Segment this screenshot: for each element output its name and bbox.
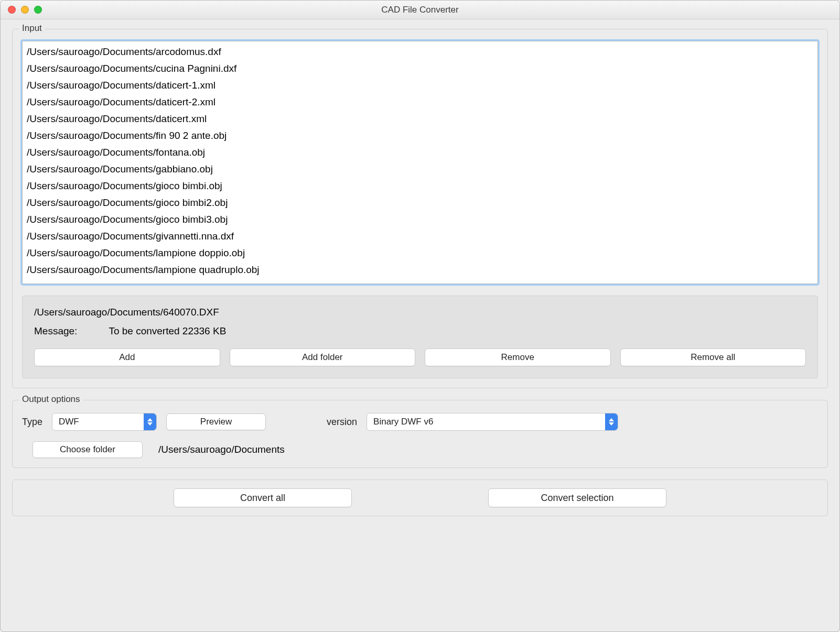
file-list[interactable]: /Users/sauroago/Documents/arcodomus.dxf/… bbox=[22, 41, 818, 284]
file-list-row[interactable]: /Users/sauroago/Documents/givannetti.nna… bbox=[27, 228, 813, 245]
add-button[interactable]: Add bbox=[34, 348, 220, 366]
file-list-row[interactable]: /Users/sauroago/Documents/daticert-1.xml bbox=[27, 77, 813, 94]
app-window: CAD File Converter Input /Users/sauroago… bbox=[0, 0, 840, 632]
file-list-row[interactable]: /Users/sauroago/Documents/fin 90 2 ante.… bbox=[27, 127, 813, 144]
zoom-icon[interactable] bbox=[34, 6, 42, 14]
version-select-value: Binary DWF v6 bbox=[373, 417, 433, 427]
choose-folder-button[interactable]: Choose folder bbox=[33, 441, 143, 458]
type-label: Type bbox=[22, 417, 42, 428]
convert-all-button[interactable]: Convert all bbox=[174, 488, 352, 507]
output-legend: Output options bbox=[19, 394, 83, 405]
add-folder-button[interactable]: Add folder bbox=[230, 348, 416, 366]
file-list-row[interactable]: /Users/sauroago/Documents/gioco bimbi.ob… bbox=[27, 178, 813, 194]
type-select[interactable]: DWF bbox=[52, 413, 157, 431]
message-value: To be converted 22336 KB bbox=[109, 325, 226, 337]
selected-file-path: /Users/sauroago/Documents/640070.DXF bbox=[34, 307, 806, 318]
window-title: CAD File Converter bbox=[1, 5, 839, 15]
file-list-row[interactable]: /Users/sauroago/Documents/lampione quadr… bbox=[27, 261, 813, 278]
version-select[interactable]: Binary DWF v6 bbox=[367, 413, 618, 431]
chevron-up-down-icon bbox=[144, 413, 156, 430]
message-row: Message: To be converted 22336 KB bbox=[34, 325, 806, 337]
remove-all-button[interactable]: Remove all bbox=[620, 348, 806, 366]
output-row-2: Choose folder /Users/sauroago/Documents bbox=[33, 441, 818, 458]
traffic-lights bbox=[1, 6, 42, 14]
minimize-icon[interactable] bbox=[21, 6, 29, 14]
file-list-row[interactable]: /Users/sauroago/Documents/daticert.xml bbox=[27, 111, 813, 127]
output-row-1: Type DWF Preview version Binary DWF v6 bbox=[22, 413, 818, 431]
file-list-row[interactable]: /Users/sauroago/Documents/arcodomus.dxf bbox=[27, 43, 813, 60]
file-list-row[interactable]: /Users/sauroago/Documents/fontana.obj bbox=[27, 144, 813, 161]
message-label: Message: bbox=[34, 325, 77, 337]
titlebar: CAD File Converter bbox=[1, 1, 839, 19]
chevron-up-down-icon bbox=[605, 413, 618, 430]
version-label: version bbox=[327, 417, 357, 428]
remove-button[interactable]: Remove bbox=[425, 348, 611, 366]
file-list-row[interactable]: /Users/sauroago/Documents/gioco bimbi3.o… bbox=[27, 211, 813, 228]
output-folder-path: /Users/sauroago/Documents bbox=[158, 444, 285, 455]
file-list-row[interactable]: /Users/sauroago/Documents/lampione doppi… bbox=[27, 245, 813, 261]
type-select-value: DWF bbox=[59, 417, 79, 427]
file-list-row[interactable]: /Users/sauroago/Documents/cucina Pagnini… bbox=[27, 60, 813, 77]
close-icon[interactable] bbox=[8, 6, 16, 14]
input-button-row: Add Add folder Remove Remove all bbox=[34, 348, 806, 366]
convert-selection-button[interactable]: Convert selection bbox=[488, 488, 666, 507]
content-area: Input /Users/sauroago/Documents/arcodomu… bbox=[1, 19, 839, 631]
file-list-row[interactable]: /Users/sauroago/Documents/daticert-2.xml bbox=[27, 94, 813, 111]
file-list-row[interactable]: /Users/sauroago/Documents/gioco bimbi2.o… bbox=[27, 194, 813, 211]
input-legend: Input bbox=[19, 23, 45, 34]
preview-button[interactable]: Preview bbox=[166, 413, 266, 430]
convert-bar: Convert all Convert selection bbox=[12, 480, 828, 516]
info-panel: /Users/sauroago/Documents/640070.DXF Mes… bbox=[22, 296, 818, 378]
file-list-row[interactable]: /Users/sauroago/Documents/gabbiano.obj bbox=[27, 161, 813, 178]
output-options-group: Output options Type DWF Preview version … bbox=[12, 400, 828, 468]
input-group: Input /Users/sauroago/Documents/arcodomu… bbox=[12, 29, 828, 388]
